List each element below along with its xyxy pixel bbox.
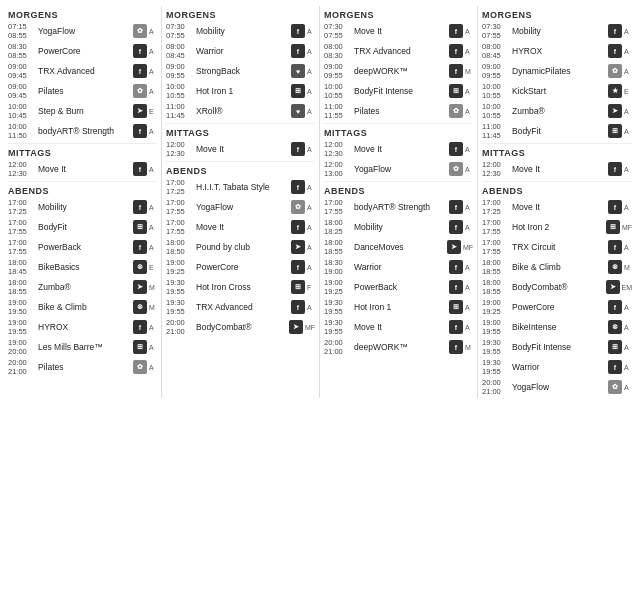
class-row[interactable]: 17:0017:25H.I.I.T. Tabata StylefA [166, 178, 315, 196]
class-row[interactable]: 07:3007:55MobilityfA [482, 22, 632, 40]
class-row[interactable]: 19:0019:25PowerCorefA [166, 258, 315, 276]
class-row[interactable]: 17:0017:55Move ItfA [166, 218, 315, 236]
class-row[interactable]: 19:0019:55HYROXfA [8, 318, 157, 336]
class-row[interactable]: 12:0012:30Move ItfA [324, 140, 473, 158]
class-row[interactable]: 18:0018:55Bike & Climb⊗M [482, 258, 632, 276]
lotus-icon: ✿ [608, 380, 622, 394]
class-row[interactable]: 10:0010:45Step & Burn➤E [8, 102, 157, 120]
class-row[interactable]: 10:0010:55Zumba®➤A [482, 102, 632, 120]
class-row[interactable]: 10:0011:50bodyART® StrengthfA [8, 122, 157, 140]
class-row[interactable]: 18:3019:00WarriorfA [324, 258, 473, 276]
class-badge: A [149, 48, 157, 55]
time-block: 19:0019:55 [8, 318, 36, 336]
day-column-1: MORGENS07:3007:55MobilityfA08:0008:45War… [162, 6, 320, 398]
class-row[interactable]: 10:0010:55BodyFit Intense⊞A [324, 82, 473, 100]
class-row[interactable]: 11:0011:45XRoll®♥A [166, 102, 315, 120]
class-row[interactable]: 11:0011:45BodyFit⊞A [482, 122, 632, 140]
time-block: 07:3007:55 [482, 22, 510, 40]
class-badge: M [149, 284, 157, 291]
class-row[interactable]: 17:0017:55Hot Iron 2⊞MF [482, 218, 632, 236]
class-badge: A [465, 108, 473, 115]
class-row[interactable]: 09:0009:45Pilates✿A [8, 82, 157, 100]
class-row[interactable]: 10:0010:55Hot Iron 1⊞A [166, 82, 315, 100]
class-name: BikeIntense [510, 322, 606, 332]
class-badge: A [624, 344, 632, 351]
f-icon: f [291, 180, 305, 194]
class-row[interactable]: 09:0009:55deepWORK™fM [324, 62, 473, 80]
class-row[interactable]: 07:1508:55YogaFlow✿A [8, 22, 157, 40]
class-row[interactable]: 17:0017:55BodyFit⊞A [8, 218, 157, 236]
lotus-icon: ✿ [449, 162, 463, 176]
class-row[interactable]: 19:3019:55Move ItfA [324, 318, 473, 336]
time-block: 18:0018:45 [8, 258, 36, 276]
run-icon: ➤ [289, 320, 303, 334]
class-row[interactable]: 20:0021:00Pilates✿A [8, 358, 157, 376]
class-row[interactable]: 19:3019:55Hot Iron 1⊞A [324, 298, 473, 316]
class-row[interactable]: 11:0011:55Pilates✿A [324, 102, 473, 120]
class-row[interactable]: 18:0018:45BikeBasics⊗E [8, 258, 157, 276]
class-row[interactable]: 19:0019:55BikeIntense⊗A [482, 318, 632, 336]
time-block: 19:0019:25 [166, 258, 194, 276]
f-icon: f [133, 162, 147, 176]
class-row[interactable]: 18:0018:55Zumba®➤M [8, 278, 157, 296]
class-row[interactable]: 20:0021:00YogaFlow✿A [482, 378, 632, 396]
class-row[interactable]: 19:0019:25PowerCorefA [482, 298, 632, 316]
class-badge: A [149, 68, 157, 75]
class-row[interactable]: 17:0017:25MobilityfA [8, 198, 157, 216]
class-row[interactable]: 20:0021:00deepWORK™fM [324, 338, 473, 356]
class-name: BodyFit Intense [352, 86, 447, 96]
class-row[interactable]: 09:0009:55StrongBack♥A [166, 62, 315, 80]
class-badge: A [465, 166, 473, 173]
f-icon: f [608, 44, 622, 58]
class-row[interactable]: 17:0017:55TRX CircuitfA [482, 238, 632, 256]
class-row[interactable]: 12:0012:30Move ItfA [8, 160, 157, 178]
class-row[interactable]: 19:3019:55TRX AdvancedfA [166, 298, 315, 316]
class-row[interactable]: 17:0017:55YogaFlow✿A [166, 198, 315, 216]
f-icon: f [608, 300, 622, 314]
class-name: TRX Circuit [510, 242, 606, 252]
class-row[interactable]: 20:0021:00BodyCombat®➤MF [166, 318, 315, 336]
class-row[interactable]: 12:0012:30Move ItfA [166, 140, 315, 158]
f-icon: f [608, 240, 622, 254]
class-badge: MF [463, 244, 473, 251]
time-block: 10:0010:45 [8, 102, 36, 120]
class-row[interactable]: 08:0008:45WarriorfA [166, 42, 315, 60]
class-row[interactable]: 19:3019:55WarriorfA [482, 358, 632, 376]
class-badge: A [465, 264, 473, 271]
class-row[interactable]: 18:0018:25MobilityfA [324, 218, 473, 236]
class-name: BodyCombat® [194, 322, 287, 332]
class-row[interactable]: 08:0008:45HYROXfA [482, 42, 632, 60]
class-badge: A [465, 88, 473, 95]
class-badge: A [307, 88, 315, 95]
class-row[interactable]: 08:0008:30TRX AdvancedfA [324, 42, 473, 60]
class-row[interactable]: 17:0017:55PowerBackfA [8, 238, 157, 256]
class-name: Warrior [510, 362, 606, 372]
class-badge: A [465, 304, 473, 311]
class-row[interactable]: 18:0018:55DanceMoves➤MF [324, 238, 473, 256]
class-row[interactable]: 19:0020:00Les Mills Barre™⊞A [8, 338, 157, 356]
class-row[interactable]: 12:0012:30Move ItfA [482, 160, 632, 178]
class-badge: A [307, 48, 315, 55]
class-badge: A [307, 304, 315, 311]
section-title-0-0: MORGENS [8, 10, 157, 20]
class-row[interactable]: 19:0019:50Bike & Climb⊗M [8, 298, 157, 316]
time-block: 09:0009:55 [482, 62, 510, 80]
class-row[interactable]: 08:3008:55PowerCorefA [8, 42, 157, 60]
class-row[interactable]: 18:0018:50Pound by club➤A [166, 238, 315, 256]
class-row[interactable]: 10:0010:55KickStart★E [482, 82, 632, 100]
class-row[interactable]: 19:3019:55BodyFit Intense⊞A [482, 338, 632, 356]
time-block: 17:0017:55 [324, 198, 352, 216]
class-row[interactable]: 09:0009:45TRX AdvancedfA [8, 62, 157, 80]
class-row[interactable]: 19:0019:25PowerBackfA [324, 278, 473, 296]
class-badge: A [149, 166, 157, 173]
section-divider [8, 143, 157, 144]
class-row[interactable]: 17:0017:25Move ItfA [482, 198, 632, 216]
class-row[interactable]: 18:0018:55BodyCombat®➤EM [482, 278, 632, 296]
class-row[interactable]: 17:0017:55bodyART® StrengthfA [324, 198, 473, 216]
class-row[interactable]: 09:0009:55DynamicPilates✿A [482, 62, 632, 80]
class-row[interactable]: 12:0013:00YogaFlow✿A [324, 160, 473, 178]
class-name: Warrior [194, 46, 289, 56]
class-row[interactable]: 07:3007:55MobilityfA [166, 22, 315, 40]
class-row[interactable]: 07:3007:55Move ItfA [324, 22, 473, 40]
class-row[interactable]: 19:3019:55Hot Iron Cross⊞F [166, 278, 315, 296]
